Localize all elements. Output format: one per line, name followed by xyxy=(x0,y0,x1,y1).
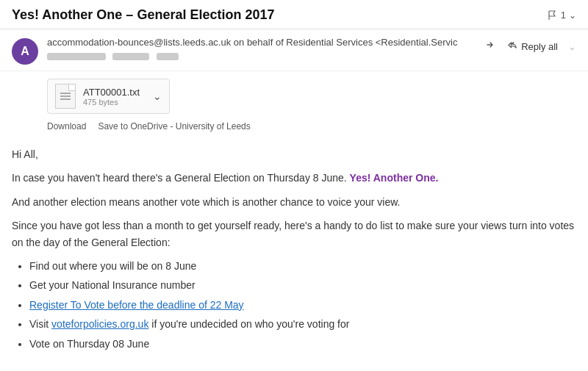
file-line-3 xyxy=(60,98,71,100)
reply-actions: Reply all ⌄ xyxy=(485,37,576,56)
reply-chevron[interactable]: ⌄ xyxy=(568,41,576,52)
message-count: 1 xyxy=(561,10,566,21)
para1: In case you haven't heard there's a Gene… xyxy=(12,170,576,186)
attachment-item: ATT00001.txt 475 bytes ⌄ xyxy=(47,79,170,114)
email-container: Yes! Another One – General Election 2017… xyxy=(0,0,588,371)
bullet-text-5: Vote on Thursday 08 June xyxy=(29,338,149,350)
para3: Since you have got less than a month to … xyxy=(12,217,576,251)
save-to-onedrive-link[interactable]: Save to OneDrive - University of Leeds xyxy=(98,121,250,132)
download-link[interactable]: Download xyxy=(47,121,86,132)
to-label xyxy=(47,51,179,61)
email-subject: Yes! Another One – General Election 2017 xyxy=(12,7,548,23)
para1-before: In case you haven't heard there's a Gene… xyxy=(12,172,350,184)
sender-info: accommodation-bounces@lists.leeds.ac.uk … xyxy=(47,37,476,61)
visit-label: Visit xyxy=(29,318,51,330)
count-chevron[interactable]: ⌄ xyxy=(569,10,576,21)
para1-highlight: Yes! Another One. xyxy=(350,172,439,184)
register-to-vote-link[interactable]: Register To Vote before the deadline of … xyxy=(29,299,244,311)
email-header: Yes! Another One – General Election 2017… xyxy=(0,0,588,29)
email-body: Hi All, In case you haven't heard there'… xyxy=(0,137,588,371)
list-item: Find out where you will be on 8 June xyxy=(29,258,576,274)
attachment-filename: ATT00001.txt xyxy=(83,87,140,98)
sender-from-address: accommodation-bounces@lists.leeds.ac.uk … xyxy=(47,37,476,48)
reply-all-icon xyxy=(507,40,518,53)
greeting: Hi All, xyxy=(12,146,576,162)
attachment-size: 475 bytes xyxy=(83,98,140,107)
header-actions: 1 ⌄ xyxy=(548,10,576,21)
list-item: Vote on Thursday 08 June xyxy=(29,336,576,352)
count-badge: 1 ⌄ xyxy=(548,10,576,21)
bullet-text-1: Find out where you will be on 8 June xyxy=(29,260,196,272)
sender-to-row xyxy=(47,51,476,61)
forward-icon[interactable] xyxy=(485,39,497,54)
list-item: Register To Vote before the deadline of … xyxy=(29,297,576,313)
attachment-expand-chevron[interactable]: ⌄ xyxy=(153,90,162,102)
bullet-text-2: Get your National Insurance number xyxy=(29,279,196,291)
file-line-1 xyxy=(60,93,71,94)
bullet-list: Find out where you will be on 8 June Get… xyxy=(29,258,576,352)
file-line-2 xyxy=(60,96,71,97)
para2: And another election means another vote … xyxy=(12,194,576,210)
list-item: Visit voteforpolicies.org.uk if you're u… xyxy=(29,316,576,332)
voteforpolicies-link[interactable]: voteforpolicies.org.uk xyxy=(51,318,148,330)
reply-all-label: Reply all xyxy=(521,41,558,52)
attachment-info: ATT00001.txt 475 bytes xyxy=(83,87,140,107)
flag-icon xyxy=(548,10,558,21)
reply-all-button[interactable]: Reply all xyxy=(501,37,564,56)
avatar: A xyxy=(12,38,38,65)
votefor-suffix: if you're undecided on who you're voting… xyxy=(148,318,349,330)
sender-row: A accommodation-bounces@lists.leeds.ac.u… xyxy=(0,29,588,71)
attachment-actions: Download Save to OneDrive - University o… xyxy=(0,118,588,137)
list-item: Get your National Insurance number xyxy=(29,277,576,293)
file-icon xyxy=(55,84,76,109)
file-lines xyxy=(60,93,71,100)
attachment-area: ATT00001.txt 475 bytes ⌄ xyxy=(0,71,588,118)
